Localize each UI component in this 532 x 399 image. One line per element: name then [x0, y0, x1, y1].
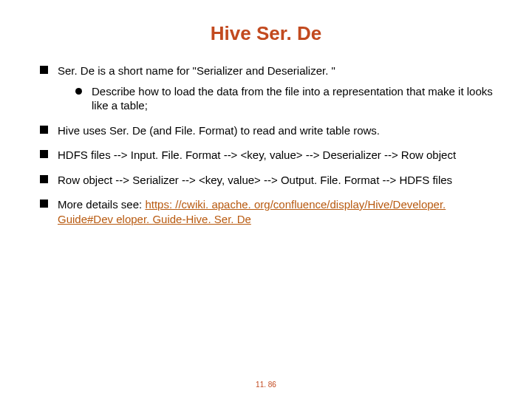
slide: Hive Ser. De Ser. De is a short name for…: [0, 0, 532, 399]
slide-title: Hive Ser. De: [37, 22, 495, 45]
page-number: 11. 86: [0, 381, 532, 389]
bullet-item-5: More details see: https: //cwiki. apache…: [37, 197, 495, 226]
sub-item-1: Describe how to load the data from the f…: [74, 84, 495, 113]
bullet-item-4: Row object --> Serializer --> <key, valu…: [37, 173, 495, 188]
bullet-text-2: Hive uses Ser. De (and File. Format) to …: [58, 124, 380, 137]
bullet-text-5-prefix: More details see:: [58, 198, 145, 211]
bullet-list: Ser. De is a short name for "Serializer …: [37, 64, 495, 226]
bullet-text-1: Ser. De is a short name for "Serializer …: [58, 64, 335, 77]
bullet-text-3: HDFS files --> Input. File. Format --> <…: [58, 149, 456, 161]
bullet-item-2: Hive uses Ser. De (and File. Format) to …: [37, 123, 495, 138]
sub-list-1: Describe how to load the data from the f…: [74, 84, 495, 113]
bullet-item-3: HDFS files --> Input. File. Format --> <…: [37, 148, 495, 163]
sub-text-1: Describe how to load the data from the f…: [92, 85, 493, 112]
bullet-item-1: Ser. De is a short name for "Serializer …: [37, 64, 495, 113]
bullet-text-4: Row object --> Serializer --> <key, valu…: [58, 174, 452, 186]
